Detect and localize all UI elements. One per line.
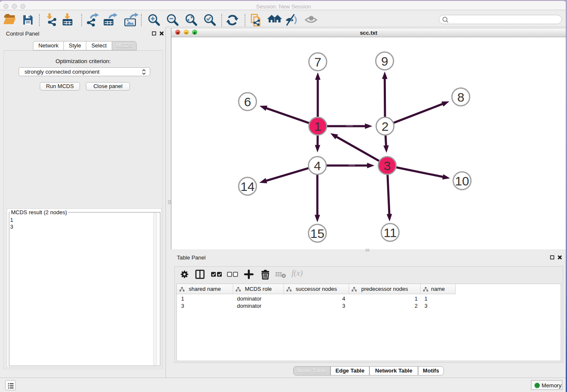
svg-text:9: 9 [381, 54, 388, 68]
svg-text:1: 1 [314, 119, 322, 133]
svg-text:10: 10 [455, 174, 469, 188]
svg-text:7: 7 [314, 55, 322, 69]
svg-text:3: 3 [384, 159, 391, 173]
svg-text:14: 14 [240, 179, 254, 193]
svg-text:6: 6 [244, 95, 251, 109]
svg-text:4: 4 [314, 159, 321, 173]
svg-text:11: 11 [383, 226, 396, 240]
svg-text:8: 8 [457, 90, 465, 104]
svg-text:15: 15 [310, 226, 324, 240]
svg-text:2: 2 [382, 119, 389, 133]
